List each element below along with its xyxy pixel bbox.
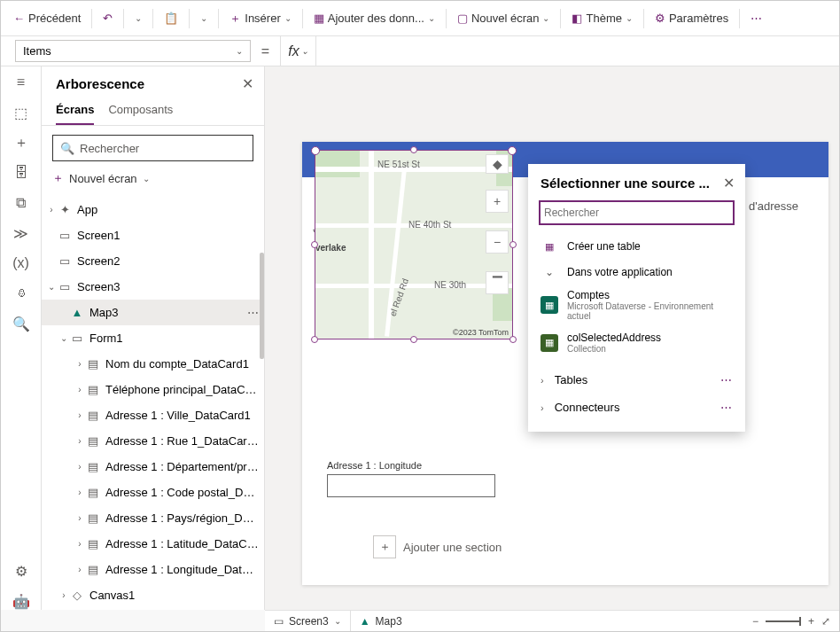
close-icon[interactable]: ✕	[723, 175, 735, 191]
settings-button[interactable]: ⚙ Paramètres	[649, 8, 734, 28]
tree-node-datacard[interactable]: ›▤Adresse 1 : Pays/région_DataCard1	[42, 505, 264, 531]
tree-node-screen2[interactable]: ▭Screen2	[42, 248, 264, 274]
connectors-row[interactable]: › Connecteurs ⋯	[528, 394, 745, 421]
undo-split[interactable]: ⌄	[129, 10, 147, 27]
map-icon: ▲	[70, 306, 84, 320]
create-table-button[interactable]: ▦ Créer une table	[528, 232, 745, 261]
popup-search-input[interactable]	[539, 200, 735, 225]
chevron-down-icon: ⌄	[143, 174, 150, 183]
card-icon: ▤	[86, 511, 100, 526]
variables-icon[interactable]: (x)	[12, 254, 30, 272]
tree-label: Adresse 1 : Code postal_DataCard1	[105, 486, 259, 499]
advanced-icon[interactable]: ߷	[12, 285, 30, 302]
tree-title: Arborescence	[56, 76, 144, 91]
paste-split[interactable]: ⌄	[195, 10, 213, 27]
formula-bar: Items ⌄ = fx ⌄	[1, 36, 839, 66]
card-icon: ▤	[86, 537, 100, 551]
back-label: Précédent	[28, 12, 81, 25]
media-icon[interactable]: ⧉	[12, 194, 30, 212]
tree-label: Adresse 1 : Pays/région_DataCard1	[105, 511, 259, 525]
chevron-right-icon: ›	[74, 385, 86, 394]
zoom-out-icon[interactable]: −	[752, 615, 758, 628]
search-icon[interactable]: 🔍	[12, 315, 30, 332]
flows-icon[interactable]: ≫	[12, 224, 30, 242]
tree-node-map3[interactable]: ▲Map3⋯	[42, 300, 264, 325]
tree-view-icon[interactable]: ⬚	[12, 104, 30, 121]
tree-label: App	[77, 203, 259, 216]
ask-icon[interactable]: 🤖	[12, 592, 30, 610]
breadcrumb-footer: ▭ Screen3 ⌄ ▲ Map3 − + ⤢	[265, 610, 839, 631]
card-icon: ▤	[86, 563, 100, 577]
breadcrumb-map3[interactable]: ▲ Map3	[351, 611, 411, 631]
tables-row[interactable]: › Tables ⋯	[528, 366, 745, 394]
tree-node-datacard[interactable]: ›▤Adresse 1 : Ville_DataCard1	[42, 402, 264, 428]
card-icon: ▤	[86, 460, 100, 474]
zoom-in-icon[interactable]: +	[808, 615, 814, 628]
theme-button[interactable]: ◧ Thème ⌄	[566, 8, 637, 28]
tab-screens[interactable]: Écrans	[56, 96, 94, 125]
tree-node-screen3[interactable]: ⌄▭Screen3	[42, 274, 264, 300]
field-input-longitude[interactable]	[327, 474, 495, 497]
tree-node-datacard[interactable]: ›▤Adresse 1 : Département/province_D	[42, 454, 264, 480]
plus-icon: ＋	[229, 11, 241, 27]
overflow-button[interactable]: ⋯	[745, 8, 767, 28]
popup-search-field[interactable]	[541, 207, 733, 219]
card-icon: ▤	[86, 383, 100, 397]
screen-icon: ▭	[58, 229, 72, 243]
property-selector[interactable]: Items ⌄	[15, 40, 251, 62]
tree-new-screen-label: Nouvel écran	[69, 172, 137, 185]
tree-label: Adresse 1 : Longitude_DataCard1	[105, 563, 259, 576]
breadcrumb-screen3[interactable]: ▭ Screen3 ⌄	[265, 611, 351, 631]
screen-icon: ▭	[58, 280, 72, 294]
tree-node-datacard[interactable]: ›▤Téléphone principal_DataCard1	[42, 377, 264, 402]
fx-label: fx	[288, 43, 299, 59]
undo-icon: ↶	[103, 12, 113, 25]
tree-node-screen1[interactable]: ▭Screen1	[42, 222, 264, 248]
fit-icon[interactable]: ⤢	[821, 615, 830, 628]
more-icon[interactable]: ⋯	[247, 306, 259, 319]
in-your-app-label: Dans votre application	[567, 266, 673, 278]
chevron-right-icon: ›	[74, 513, 86, 523]
tree-node-lblapp[interactable]: ✎LblAppName1	[42, 608, 264, 610]
add-data-button[interactable]: ▦ Ajouter des donn... ⌄	[308, 8, 440, 28]
datasource-colselected[interactable]: ▦ colSelectedAddress Collection	[528, 326, 745, 359]
add-section-button[interactable]: ＋ Ajouter une section	[373, 535, 502, 558]
insert-icon[interactable]: ＋	[12, 134, 30, 152]
undo-button[interactable]: ↶	[97, 8, 118, 28]
tree-node-form1[interactable]: ⌄▭Form1	[42, 325, 264, 351]
close-icon[interactable]: ✕	[242, 75, 253, 92]
new-screen-button[interactable]: ▢ Nouvel écran ⌄	[452, 8, 556, 28]
fx-button[interactable]: fx ⌄	[281, 36, 316, 66]
scrollbar[interactable]	[260, 253, 264, 359]
tree-node-datacard[interactable]: ›▤Adresse 1 : Latitude_DataCard1	[42, 531, 264, 557]
in-your-app-toggle[interactable]: ⌄ Dans votre application	[528, 261, 745, 284]
tree-new-screen-button[interactable]: ＋ Nouvel écran ⌄	[52, 167, 253, 190]
tree-search-input[interactable]: 🔍 Rechercher	[52, 135, 253, 161]
tree-node-datacard[interactable]: ›▤Adresse 1 : Longitude_DataCard1	[42, 557, 264, 582]
tab-components[interactable]: Composants	[108, 96, 173, 125]
data-icon[interactable]: 🗄	[12, 164, 30, 182]
paste-button[interactable]: 📋	[159, 8, 183, 28]
tree-node-canvas1[interactable]: ›◇Canvas1	[42, 582, 264, 608]
insert-button[interactable]: ＋ Insérer ⌄	[224, 7, 296, 30]
tree-node-app[interactable]: ›✦App	[42, 197, 264, 222]
tree-label: Canvas1	[89, 589, 259, 602]
more-icon[interactable]: ⋯	[720, 401, 733, 414]
settings-rail-icon[interactable]: ⚙	[12, 562, 30, 580]
database-icon: ▦	[314, 12, 324, 25]
tree-node-datacard[interactable]: ›▤Nom du compte_DataCard1	[42, 351, 264, 377]
tree-node-datacard[interactable]: ›▤Adresse 1 : Code postal_DataCard1	[42, 480, 264, 505]
datasource-comptes[interactable]: ▦ Comptes Microsoft Dataverse - Environn…	[528, 284, 745, 326]
tree-label: Adresse 1 : Ville_DataCard1	[105, 409, 259, 422]
datasource-sub: Collection	[567, 344, 661, 354]
zoom-controls[interactable]: − + ⤢	[743, 615, 839, 628]
card-icon: ▤	[86, 357, 100, 371]
hamburger-icon[interactable]: ≡	[12, 74, 30, 91]
more-icon[interactable]: ⋯	[720, 373, 733, 386]
formula-input[interactable]	[316, 36, 839, 66]
back-button[interactable]: ← Précédent	[8, 8, 86, 28]
chevron-right-icon: ›	[74, 462, 86, 472]
collection-icon: ▦	[541, 334, 558, 352]
tree-node-datacard[interactable]: ›▤Adresse 1 : Rue 1_DataCard1	[42, 428, 264, 454]
chevron-down-icon: ⌄	[428, 13, 435, 23]
